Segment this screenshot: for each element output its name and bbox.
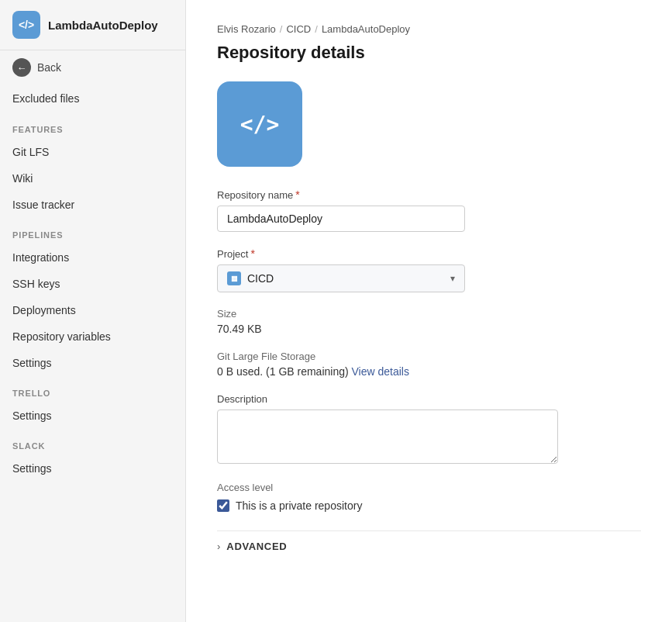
project-value: CICD (247, 272, 274, 285)
breadcrumb-project[interactable]: CICD (286, 23, 311, 35)
sidebar-scroll: Excluded files FEATURES Git LFS Wiki Iss… (0, 85, 185, 622)
size-label: Size (217, 308, 641, 320)
section-label-slack: SLACK (0, 429, 185, 455)
lfs-view-details-link[interactable]: View details (352, 365, 409, 378)
sidebar-item-ssh-keys[interactable]: SSH keys (0, 271, 185, 297)
repo-name-input[interactable] (217, 206, 465, 232)
sidebar: </> LambdaAutoDeploy ← Back Excluded fil… (0, 0, 186, 622)
sidebar-header: </> LambdaAutoDeploy (0, 0, 185, 50)
access-label: Access level (217, 482, 641, 493)
section-label-trello: TRELLO (0, 376, 185, 403)
chevron-down-icon: ▾ (450, 273, 455, 284)
access-section: Access level This is a private repositor… (217, 482, 641, 512)
project-icon: ▦ (227, 271, 241, 285)
lfs-label: Git Large File Storage (217, 351, 641, 362)
breadcrumb-user[interactable]: Elvis Rozario (217, 23, 276, 35)
sidebar-item-excluded-files[interactable]: Excluded files (0, 85, 185, 112)
private-repo-label: This is a private repository (236, 499, 362, 512)
repo-logo: </> (217, 81, 302, 167)
lfs-remaining: (1 GB remaining) (266, 365, 349, 378)
lfs-info: 0 B used. (1 GB remaining) View details (217, 365, 641, 378)
description-input[interactable] (217, 409, 558, 464)
access-checkbox-row: This is a private repository (217, 499, 641, 512)
breadcrumb-sep-1: / (280, 23, 283, 35)
sidebar-item-trello-settings[interactable]: Settings (0, 403, 185, 429)
breadcrumb-repo[interactable]: LambdaAutoDeploy (322, 23, 410, 35)
back-button[interactable]: ← Back (0, 50, 185, 85)
project-required: * (250, 247, 254, 260)
private-repo-checkbox[interactable] (217, 499, 229, 512)
logo-icon: </> (19, 19, 34, 31)
back-arrow-icon: ← (12, 58, 31, 77)
advanced-arrow-icon: › (217, 541, 220, 552)
sidebar-item-integrations[interactable]: Integrations (0, 244, 185, 271)
repo-name-label: Repository name * (217, 188, 641, 201)
breadcrumb-sep-2: / (315, 23, 318, 35)
back-label: Back (37, 61, 61, 74)
repo-name-required: * (295, 188, 299, 201)
description-label: Description (217, 393, 641, 405)
size-value: 70.49 KB (217, 323, 641, 335)
size-section: Size 70.49 KB (217, 308, 641, 335)
lfs-section: Git Large File Storage 0 B used. (1 GB r… (217, 351, 641, 378)
sidebar-item-repo-variables[interactable]: Repository variables (0, 323, 185, 350)
page-title: Repository details (217, 43, 641, 63)
lfs-usage: 0 B used. (217, 365, 263, 378)
section-label-pipelines: PIPELINES (0, 218, 185, 244)
sidebar-item-pipeline-settings[interactable]: Settings (0, 350, 185, 376)
app-logo: </> (12, 11, 40, 39)
advanced-section[interactable]: › ADVANCED (217, 530, 641, 562)
repo-logo-icon: </> (240, 112, 280, 137)
advanced-label: ADVANCED (226, 541, 287, 552)
sidebar-item-git-lfs[interactable]: Git LFS (0, 139, 185, 165)
section-label-features: FEATURES (0, 112, 185, 139)
app-name: LambdaAutoDeploy (48, 19, 158, 32)
repo-name-section: Repository name * (217, 188, 641, 232)
sidebar-item-wiki[interactable]: Wiki (0, 165, 185, 192)
sidebar-item-slack-settings[interactable]: Settings (0, 455, 185, 482)
sidebar-item-deployments[interactable]: Deployments (0, 297, 185, 323)
breadcrumb: Elvis Rozario / CICD / LambdaAutoDeploy (217, 23, 641, 35)
project-label: Project * (217, 247, 641, 260)
sidebar-item-issue-tracker[interactable]: Issue tracker (0, 192, 185, 218)
main-content: Elvis Rozario / CICD / LambdaAutoDeploy … (186, 0, 672, 622)
project-select[interactable]: ▦ CICD ▾ (217, 264, 465, 292)
description-section: Description (217, 393, 641, 466)
project-section: Project * ▦ CICD ▾ (217, 247, 641, 292)
